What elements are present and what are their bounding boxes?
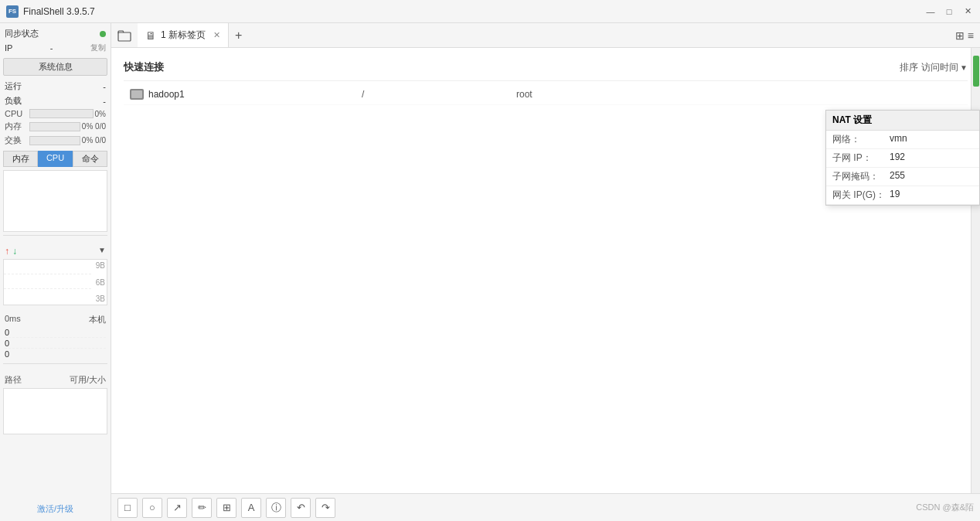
tab-add-button[interactable]: + (229, 23, 248, 47)
tab-1[interactable]: 🖥 1 新标签页 ✕ (138, 23, 229, 47)
ip-row: IP - 复制 (3, 41, 107, 55)
running-label: 运行 (5, 80, 22, 92)
tool-circle-button[interactable]: ○ (142, 498, 162, 518)
sync-label: 同步状态 (5, 28, 39, 39)
connection-name: hadoop1 (130, 89, 362, 100)
latency-val-3: 0 (5, 349, 106, 359)
net-collapse-arrow[interactable]: ▼ (98, 246, 106, 257)
sync-dot (100, 31, 106, 37)
bottom-toolbar: □ ○ ↗ ✏ ⊞ A ⓘ ↶ ↷ CSDN @森&陌 (111, 493, 980, 521)
connection-item-hadoop1[interactable]: hadoop1 / root (124, 84, 968, 105)
tool-arrow-button[interactable]: ↗ (167, 498, 187, 518)
net-label-top: 9B (96, 261, 105, 270)
tab-cpu[interactable]: CPU (38, 151, 73, 167)
nat-key-network: 网络： (832, 133, 886, 146)
latency-val-2: 0 (5, 339, 106, 349)
qc-header: 快速连接 排序 访问时间 ▼ (124, 60, 968, 81)
title-bar-left: FS FinalShell 3.9.5.7 (6, 5, 95, 18)
credit-label: CSDN @森&陌 (916, 502, 974, 513)
divider-2 (3, 363, 107, 364)
sort-field: 访问时间 (921, 61, 958, 74)
svg-rect-0 (118, 32, 131, 41)
monitor-tabs: 内存 CPU 命令 (3, 151, 107, 167)
grid-layout-button[interactable]: ⊞ (955, 29, 965, 42)
app-icon: FS (6, 5, 19, 18)
sys-info-button[interactable]: 系统信息 (3, 58, 107, 76)
copy-button[interactable]: 复制 (90, 43, 106, 53)
mem-bar (29, 122, 80, 131)
disk-header: 路径 可用/大小 (3, 373, 107, 386)
tool-grid-button[interactable]: ⊞ (216, 498, 236, 518)
layout-buttons: ⊞ ≡ (955, 23, 980, 47)
latency-vals: 0 0 0 (3, 326, 107, 360)
load-dash: - (103, 97, 106, 106)
sidebar: 同步状态 IP - 复制 系统信息 运行 - 负载 - CPU 0% (0, 23, 111, 521)
nat-key-subnet-ip: 子网 IP： (832, 152, 886, 165)
list-layout-button[interactable]: ≡ (968, 29, 974, 42)
net-up-arrow: ↑ (5, 246, 9, 257)
nat-popup: NAT 设置 网络： vmn 子网 IP： 192 子网掩码： 255 网关 I… (825, 110, 980, 206)
mem-value: 0% 0/0 (82, 122, 106, 131)
scrollbar-thumb[interactable] (973, 56, 979, 87)
nat-row-subnet-ip: 子网 IP： 192 (826, 149, 979, 168)
net-label-bot: 3B (96, 295, 105, 303)
close-button[interactable]: ✕ (961, 5, 974, 18)
swap-row: 交换 0% 0/0 (3, 134, 107, 147)
folder-button[interactable] (111, 23, 138, 47)
nat-row-network: 网络： vmn (826, 131, 979, 149)
net-graph: 9B 6B 3B (3, 259, 107, 305)
latency-val-1: 0 (5, 328, 106, 338)
ip-dash: - (50, 43, 53, 53)
load-label: 负载 (5, 95, 22, 107)
server-icon (130, 89, 144, 100)
disk-size-label: 可用/大小 (70, 374, 106, 386)
disk-path-label: 路径 (5, 374, 22, 386)
net-label-mid: 6B (96, 278, 105, 287)
latency-section: 0ms 本机 0 0 0 (3, 310, 107, 360)
sort-label: 排序 (900, 61, 918, 74)
nat-row-gateway: 网关 IP(G)： 19 (826, 186, 979, 205)
tool-info-button[interactable]: ⓘ (266, 498, 286, 518)
tab-close-button[interactable]: ✕ (213, 30, 220, 40)
net-down-arrow: ↓ (12, 246, 17, 257)
tab-bar: 🖥 1 新标签页 ✕ + ⊞ ≡ (111, 23, 980, 48)
sort-field-button[interactable]: 访问时间 ▼ (921, 61, 968, 74)
nat-row-subnet-mask: 子网掩码： 255 (826, 168, 979, 186)
tool-text-button[interactable]: A (241, 498, 261, 518)
tool-pencil-button[interactable]: ✏ (192, 498, 212, 518)
tool-undo-button[interactable]: ↶ (291, 498, 311, 518)
tool-redo-button[interactable]: ↷ (315, 498, 335, 518)
latency-row: 0ms 本机 (3, 313, 107, 326)
title-bar-controls: — □ ✕ (924, 5, 974, 18)
tab-cmd[interactable]: 命令 (73, 151, 107, 167)
activate-link[interactable]: 激活/升级 (3, 500, 107, 518)
activate-area: 激活/升级 (3, 494, 107, 518)
maximize-button[interactable]: □ (943, 5, 955, 18)
swap-value: 0% 0/0 (82, 136, 106, 145)
nat-val-subnet-ip: 192 (890, 152, 905, 165)
memory-row: 内存 0% 0/0 (3, 120, 107, 133)
running-dash: - (103, 82, 106, 91)
connection-path: / (362, 89, 516, 100)
main-content: 🖥 1 新标签页 ✕ + ⊞ ≡ 快速连接 排序 访问时间 ▼ (111, 23, 980, 521)
qc-sort: 排序 访问时间 ▼ (900, 61, 968, 74)
sync-status-row: 同步状态 (3, 26, 107, 41)
mem-label: 内存 (5, 121, 29, 132)
running-row: 运行 - (3, 79, 107, 94)
cpu-chart (3, 170, 107, 232)
latency-value: 0ms (5, 314, 21, 325)
divider-1 (3, 235, 107, 236)
connection-user: root (516, 89, 671, 100)
minimize-button[interactable]: — (924, 5, 937, 18)
disk-section: 路径 可用/大小 (3, 373, 107, 434)
tab-mem[interactable]: 内存 (3, 151, 38, 167)
app-body: 同步状态 IP - 复制 系统信息 运行 - 负载 - CPU 0% (0, 23, 980, 521)
swap-bar (29, 136, 80, 145)
tool-rect-button[interactable]: □ (117, 498, 138, 518)
disk-area (3, 388, 107, 434)
cpu-label: CPU (5, 109, 29, 118)
title-bar: FS FinalShell 3.9.5.7 — □ ✕ (0, 0, 980, 23)
network-section: ↑ ↓ ▼ 9B 6B 3B (3, 245, 107, 305)
tab-file-icon: 🖥 (145, 29, 156, 42)
nat-val-network: vmn (890, 133, 907, 146)
